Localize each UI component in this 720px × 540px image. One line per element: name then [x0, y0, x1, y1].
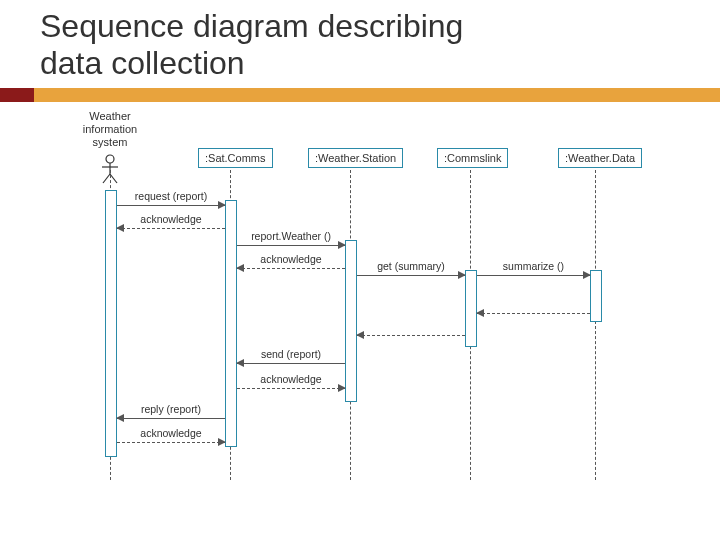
msg-label: acknowledge: [117, 213, 225, 225]
msg-label: reply (report): [117, 403, 225, 415]
participant-weatherstation: :Weather.Station: [308, 148, 403, 168]
msg-label: request (report): [117, 190, 225, 202]
msg-label: acknowledge: [237, 373, 345, 385]
msg-label: acknowledge: [117, 427, 225, 439]
msg-label: summarize (): [477, 260, 590, 272]
activation-satcomms: [225, 200, 237, 447]
slide-title: Sequence diagram describing data collect…: [40, 8, 463, 82]
participant-weatherdata: :Weather.Data: [558, 148, 642, 168]
msg-label: send (report): [237, 348, 345, 360]
svg-point-0: [106, 155, 114, 163]
lifeline-weatherdata: [595, 170, 596, 480]
actor-label-line2: information system: [83, 123, 137, 148]
msg-label: get (summary): [357, 260, 465, 272]
sequence-diagram: Weather information system :Sat.Comms :W…: [0, 110, 720, 530]
msg-label: report.Weather (): [237, 230, 345, 242]
activation-weatherdata: [590, 270, 602, 322]
accent-bar: [0, 88, 720, 102]
svg-line-4: [110, 174, 117, 183]
participant-satcomms: :Sat.Comms: [198, 148, 273, 168]
accent-bar-red: [0, 88, 34, 102]
title-line1: Sequence diagram describing: [40, 8, 463, 44]
actor-label-line1: Weather: [89, 110, 130, 122]
svg-line-3: [103, 174, 110, 183]
activation-weatherstation: [345, 240, 357, 402]
title-line2: data collection: [40, 45, 245, 81]
participant-commslink: :Commslink: [437, 148, 508, 168]
msg-label: acknowledge: [237, 253, 345, 265]
slide: Sequence diagram describing data collect…: [0, 0, 720, 540]
